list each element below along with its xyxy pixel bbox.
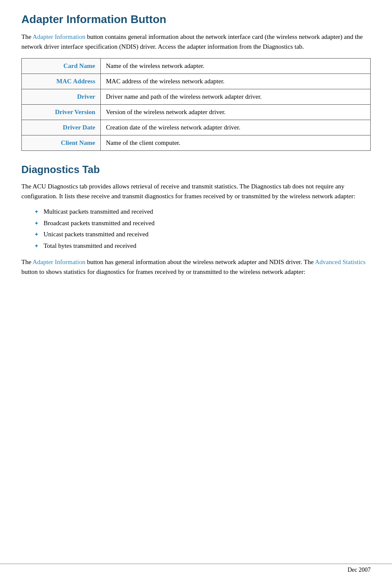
table-cell-label: MAC Address: [22, 74, 101, 89]
list-item: Broadcast packets transmitted and receiv…: [34, 218, 371, 228]
table-row: Driver VersionVersion of the wireless ne…: [22, 105, 371, 120]
section-heading-diagnostics: Diagnostics Tab: [21, 164, 371, 176]
list-item: Multicast packets transmitted and receiv…: [34, 207, 371, 217]
table-row: Driver DateCreation date of the wireless…: [22, 120, 371, 135]
adapter-information-link-2[interactable]: Adapter Information: [32, 259, 85, 265]
table-row: Client NameName of the client computer.: [22, 135, 371, 151]
table-cell-description: Version of the wireless network adapter …: [101, 105, 371, 120]
table-cell-description: MAC address of the wireless network adap…: [101, 74, 371, 89]
section-heading-adapter: Adapter Information Button: [21, 13, 371, 26]
table-row: DriverDriver name and path of the wirele…: [22, 89, 371, 105]
table-cell-label: Driver Date: [22, 120, 101, 135]
page-footer: Dec 2007: [0, 564, 392, 573]
diag-para2-part2: button has general information about the…: [85, 259, 315, 265]
table-cell-description: Name of the wireless network adapter.: [101, 59, 371, 74]
table-row: MAC AddressMAC address of the wireless n…: [22, 74, 371, 89]
diag-para2-part1: The: [21, 259, 32, 265]
table-cell-label: Client Name: [22, 135, 101, 151]
table-row: Card NameName of the wireless network ad…: [22, 59, 371, 74]
table-cell-label: Driver: [22, 89, 101, 105]
list-item: Total bytes transmitted and received: [34, 241, 371, 251]
intro-paragraph: The Adapter Information button contains …: [21, 32, 371, 51]
diagnostics-paragraph-1: The ACU Diagnostics tab provides allows …: [21, 182, 371, 201]
list-item: Unicast packets transmitted and received: [34, 229, 371, 239]
diagnostics-bullet-list: Multicast packets transmitted and receiv…: [34, 207, 371, 250]
table-cell-description: Creation date of the wireless network ad…: [101, 120, 371, 135]
intro-text-before-link: The: [21, 33, 32, 40]
table-cell-label: Card Name: [22, 59, 101, 74]
diag-para2-part3: button to shows statistics for diagnosti…: [21, 268, 305, 275]
advanced-statistics-link[interactable]: Advanced Statistics: [315, 259, 366, 265]
table-cell-description: Driver name and path of the wireless net…: [101, 89, 371, 105]
table-cell-label: Driver Version: [22, 105, 101, 120]
diagnostics-paragraph-2: The Adapter Information button has gener…: [21, 257, 371, 276]
footer-date: Dec 2007: [348, 567, 371, 573]
adapter-info-table: Card NameName of the wireless network ad…: [21, 58, 371, 151]
adapter-information-link[interactable]: Adapter Information: [32, 33, 85, 40]
table-cell-description: Name of the client computer.: [101, 135, 371, 151]
